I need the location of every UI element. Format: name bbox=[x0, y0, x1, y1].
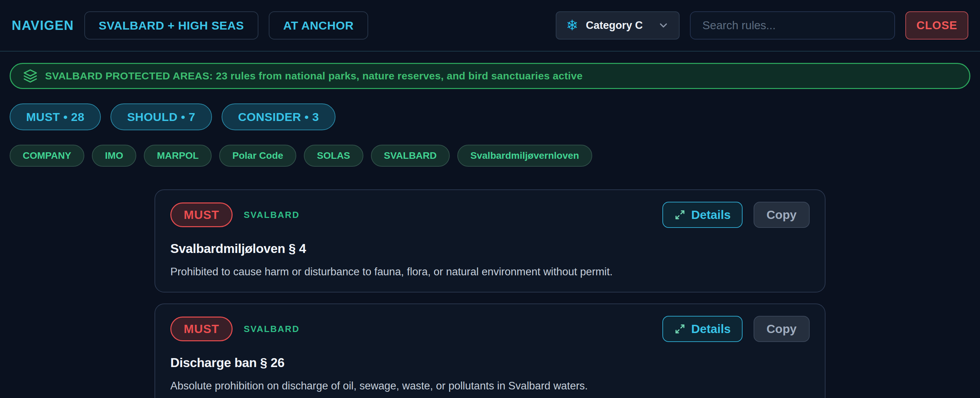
tag-marpol[interactable]: MARPOL bbox=[144, 145, 212, 167]
expand-diagonal-icon bbox=[674, 323, 686, 335]
severity-filter-consider[interactable]: CONSIDER • 3 bbox=[221, 103, 336, 130]
rule-source-label: SVALBARD bbox=[243, 324, 300, 335]
anchor-status-button[interactable]: AT ANCHOR bbox=[269, 11, 368, 40]
chevron-down-icon bbox=[657, 20, 669, 31]
severity-filter-row: MUST • 28 SHOULD • 7 CONSIDER • 3 bbox=[10, 103, 970, 130]
close-button[interactable]: CLOSE bbox=[905, 11, 968, 40]
expand-diagonal-icon bbox=[674, 209, 686, 220]
copy-button[interactable]: Copy bbox=[754, 316, 810, 342]
rule-source-label: SVALBARD bbox=[243, 210, 300, 220]
protected-areas-banner: SVALBARD PROTECTED AREAS: 23 rules from … bbox=[10, 63, 970, 89]
rule-description: Prohibited to cause harm or disturbance … bbox=[170, 266, 810, 278]
tag-svalbardmiljovernloven[interactable]: Svalbardmiljøvernloven bbox=[457, 145, 592, 167]
rules-list: MUST SVALBARD Details Copy Svalbardmiljø… bbox=[154, 189, 826, 398]
copy-button[interactable]: Copy bbox=[754, 202, 810, 228]
rule-card: MUST SVALBARD Details Copy Discharge ban… bbox=[154, 303, 826, 398]
banner-text: SVALBARD PROTECTED AREAS: 23 rules from … bbox=[45, 70, 582, 82]
severity-badge: MUST bbox=[170, 203, 232, 227]
tag-polar-code[interactable]: Polar Code bbox=[219, 145, 296, 167]
tag-filter-row: COMPANY IMO MARPOL Polar Code SOLAS SVAL… bbox=[10, 145, 970, 167]
severity-badge: MUST bbox=[170, 317, 232, 341]
details-button[interactable]: Details bbox=[662, 202, 743, 228]
tag-company[interactable]: COMPANY bbox=[10, 145, 84, 167]
tag-solas[interactable]: SOLAS bbox=[304, 145, 363, 167]
rule-title: Svalbardmiljøloven § 4 bbox=[170, 242, 810, 256]
rule-card: MUST SVALBARD Details Copy Svalbardmiljø… bbox=[154, 189, 826, 292]
app-logo: NAVIGEN bbox=[12, 18, 74, 33]
severity-filter-should[interactable]: SHOULD • 7 bbox=[110, 103, 212, 130]
details-button[interactable]: Details bbox=[662, 316, 743, 342]
details-button-label: Details bbox=[691, 208, 731, 222]
search-input[interactable] bbox=[690, 11, 895, 40]
rule-card-header: MUST SVALBARD Details Copy bbox=[170, 202, 810, 228]
layers-icon bbox=[23, 69, 38, 83]
area-filter-button[interactable]: SVALBARD + HIGH SEAS bbox=[84, 11, 258, 40]
category-dropdown[interactable]: ❄ Category C bbox=[556, 11, 679, 40]
category-selected-value: Category C bbox=[586, 19, 650, 32]
snowflake-icon: ❄ bbox=[566, 18, 578, 33]
severity-filter-must[interactable]: MUST • 28 bbox=[10, 103, 101, 130]
rule-card-header: MUST SVALBARD Details Copy bbox=[170, 316, 810, 342]
rule-title: Discharge ban § 26 bbox=[170, 356, 810, 370]
top-bar: NAVIGEN SVALBARD + HIGH SEAS AT ANCHOR ❄… bbox=[0, 0, 980, 52]
rule-description: Absolute prohibition on discharge of oil… bbox=[170, 380, 810, 392]
details-button-label: Details bbox=[691, 322, 731, 336]
tag-imo[interactable]: IMO bbox=[92, 145, 136, 167]
tag-svalbard[interactable]: SVALBARD bbox=[371, 145, 450, 167]
